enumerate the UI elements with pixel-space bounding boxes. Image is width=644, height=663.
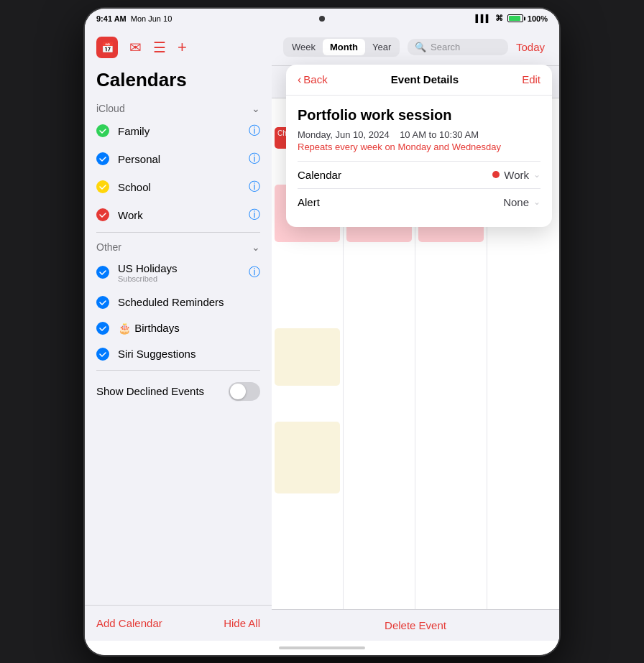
sidebar-title: Calendars: [85, 66, 272, 97]
month-view-button[interactable]: Month: [323, 39, 365, 55]
sidebar-item-us-holidays[interactable]: US Holidays Subscribed ⓘ: [85, 256, 272, 289]
birthdays-dot: [96, 322, 109, 335]
alert-value: None: [503, 196, 529, 208]
signal-icon: ▌▌▌: [476, 14, 491, 22]
family-info-button[interactable]: ⓘ: [249, 124, 260, 139]
event-name: Portfolio work session: [298, 107, 540, 124]
icloud-section-header[interactable]: iCloud ⌄: [85, 97, 272, 117]
home-bar: [279, 646, 365, 649]
wifi-icon: ⌘: [495, 14, 503, 23]
sidebar-item-personal[interactable]: Personal ⓘ: [85, 145, 272, 173]
calendar-row-value: Work ⌄: [492, 169, 540, 181]
sidebar-item-school[interactable]: School ⓘ: [85, 173, 272, 201]
add-button[interactable]: +: [178, 40, 187, 55]
scheduled-reminders-dot: [96, 296, 109, 309]
event-calendar-row[interactable]: Calendar Work ⌄: [298, 161, 540, 188]
alert-row-label: Alert: [298, 196, 320, 208]
sidebar: 📅 ✉ ☰ + Calendars iCloud ⌄ Family ⓘ: [85, 29, 272, 641]
work-color-dot: [492, 171, 500, 178]
sidebar-item-family[interactable]: Family ⓘ: [85, 117, 272, 145]
back-button[interactable]: ‹ Back: [298, 73, 328, 86]
calendar-value: Work: [504, 169, 529, 181]
sidebar-item-scheduled-reminders[interactable]: Scheduled Reminders: [85, 289, 272, 315]
siri-suggestions-dot: [96, 348, 109, 361]
event-detail-title: Event Details: [328, 73, 522, 85]
ipad-frame: 9:41 AM Mon Jun 10 ▌▌▌ ⌘ 100% 📅 ✉ ☰ +: [85, 9, 559, 655]
show-declined-label: Show Declined Events: [96, 385, 204, 397]
search-icon: 🔍: [415, 42, 426, 52]
work-dot: [96, 208, 109, 221]
event-date-time: Monday, Jun 10, 2024 10 AM to 10:30 AM: [298, 129, 540, 140]
back-label: Back: [303, 73, 327, 85]
other-label: Other: [96, 241, 121, 253]
battery-pct: 100%: [528, 14, 548, 23]
event-alert-row[interactable]: Alert None ⌄: [298, 188, 540, 215]
back-chevron-icon: ‹: [298, 73, 301, 86]
hide-all-button[interactable]: Hide All: [224, 617, 260, 629]
sidebar-bottom: Add Calendar Hide All: [85, 605, 272, 641]
us-holidays-subtitle: Subscribed: [118, 274, 240, 283]
event-date: Monday, Jun 10, 2024: [298, 129, 390, 140]
battery-icon: [507, 14, 523, 22]
edit-button[interactable]: Edit: [522, 73, 540, 85]
event-time: 10 AM to 10:30 AM: [400, 129, 479, 140]
school-label: School: [118, 181, 240, 193]
show-declined-toggle[interactable]: [229, 382, 260, 401]
week-view-button[interactable]: Week: [285, 39, 323, 55]
year-view-button[interactable]: Year: [365, 39, 398, 55]
event-detail-body: Portfolio work session Monday, Jun 10, 2…: [286, 96, 552, 227]
school-info-button[interactable]: ⓘ: [249, 180, 260, 195]
search-bar[interactable]: 🔍 Search: [408, 39, 508, 55]
calendar-main: Week Month Year 🔍 Search Today Wed 12 Th…: [272, 29, 559, 641]
alert-row-value: None ⌄: [503, 196, 540, 208]
icloud-label: iCloud: [96, 103, 125, 114]
main-content: 📅 ✉ ☰ + Calendars iCloud ⌄ Family ⓘ: [85, 29, 559, 641]
work-label: Work: [118, 209, 240, 221]
wed-event-3[interactable]: [275, 328, 340, 386]
wed-event-4[interactable]: [275, 422, 340, 493]
sidebar-item-birthdays[interactable]: 🎂 Birthdays: [85, 315, 272, 341]
school-dot: [96, 180, 109, 193]
view-switcher: Week Month Year: [283, 37, 400, 57]
us-holidays-label: US Holidays: [118, 262, 240, 274]
alert-chevron-icon: ⌄: [533, 197, 540, 207]
personal-label: Personal: [118, 153, 240, 165]
calendar-chevron-icon: ⌄: [533, 170, 540, 180]
add-calendar-button[interactable]: Add Calendar: [96, 617, 162, 629]
toggle-knob: [230, 384, 246, 399]
home-indicator: [85, 641, 559, 655]
search-placeholder: Search: [431, 42, 460, 52]
family-label: Family: [118, 125, 240, 137]
section-divider: [96, 232, 260, 233]
personal-dot: [96, 152, 109, 165]
other-chevron-icon: ⌄: [252, 241, 260, 253]
sidebar-toolbar: 📅 ✉ ☰ +: [85, 29, 272, 66]
siri-suggestions-label: Siri Suggestions: [118, 348, 260, 360]
status-day: Mon Jun 10: [131, 14, 172, 23]
delete-event-bar: Delete Event: [272, 609, 559, 641]
inbox-button[interactable]: ✉: [129, 40, 142, 55]
event-detail-popup: ‹ Back Event Details Edit Portfolio work…: [286, 65, 552, 227]
other-section-header[interactable]: Other ⌄: [85, 236, 272, 256]
bottom-divider: [96, 370, 260, 371]
show-declined-row: Show Declined Events: [85, 374, 272, 409]
birthdays-label: 🎂 Birthdays: [118, 322, 260, 335]
event-detail-header: ‹ Back Event Details Edit: [286, 65, 552, 96]
event-repeat: Repeats every week on Monday and Wednesd…: [298, 142, 540, 152]
cal-toolbar: Week Month Year 🔍 Search Today: [272, 29, 559, 66]
icloud-chevron-icon: ⌄: [252, 103, 260, 114]
personal-info-button[interactable]: ⓘ: [249, 152, 260, 167]
today-button[interactable]: Today: [516, 41, 548, 53]
calendar-row-label: Calendar: [298, 169, 341, 181]
sidebar-item-work[interactable]: Work ⓘ: [85, 201, 272, 229]
status-time: 9:41 AM: [96, 14, 126, 23]
work-info-button[interactable]: ⓘ: [249, 208, 260, 223]
family-dot: [96, 124, 109, 137]
list-button[interactable]: ☰: [153, 40, 166, 55]
delete-event-button[interactable]: Delete Event: [385, 619, 446, 631]
calendar-app-icon[interactable]: 📅: [96, 37, 118, 58]
us-holidays-info-button[interactable]: ⓘ: [249, 265, 260, 280]
us-holidays-dot: [96, 266, 109, 279]
sidebar-item-siri-suggestions[interactable]: Siri Suggestions: [85, 341, 272, 367]
scheduled-reminders-label: Scheduled Reminders: [118, 296, 260, 308]
